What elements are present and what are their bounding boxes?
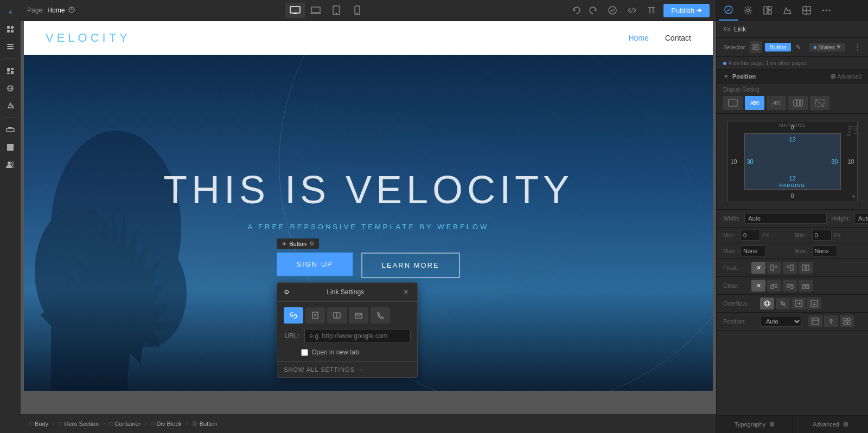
typography-section-tab[interactable]: Typography bbox=[717, 416, 793, 433]
navigator-tool[interactable] bbox=[3, 22, 18, 37]
breadcrumb-div-block[interactable]: □ Div Block bbox=[147, 418, 186, 429]
styles-tab[interactable] bbox=[719, 0, 738, 21]
clear-left-btn[interactable] bbox=[767, 280, 781, 292]
pad-top-value[interactable]: 12 bbox=[789, 136, 795, 143]
link-type-phone[interactable] bbox=[371, 307, 390, 324]
display-inline-block-btn[interactable]: ABC bbox=[745, 96, 764, 110]
layout-tab[interactable] bbox=[758, 0, 777, 21]
grid-tool[interactable] bbox=[3, 140, 18, 155]
publish-button[interactable]: Publish bbox=[663, 4, 710, 17]
show-all-settings-link[interactable]: SHOW ALL SETTINGS → bbox=[284, 366, 411, 373]
clear-right-btn[interactable] bbox=[783, 280, 797, 292]
svg-rect-10 bbox=[11, 71, 14, 74]
desktop-device-btn[interactable] bbox=[285, 3, 305, 18]
spacing-box: MARGINS 0 10 10 0 PADDING 12 30 30 12 Cl… bbox=[723, 118, 861, 205]
cms-tool[interactable] bbox=[3, 81, 18, 96]
selector-more-icon[interactable]: ⋮ bbox=[854, 43, 861, 51]
refresh-icon[interactable] bbox=[68, 6, 76, 15]
users-tool[interactable] bbox=[3, 157, 18, 172]
open-new-tab-checkbox[interactable] bbox=[301, 349, 308, 356]
component-tool[interactable] bbox=[3, 122, 18, 138]
margin-bottom-value[interactable]: 0 bbox=[790, 192, 794, 199]
position-sticky-btn[interactable] bbox=[808, 315, 822, 327]
svg-rect-19 bbox=[290, 7, 300, 13]
position-grid-btn[interactable] bbox=[840, 315, 854, 327]
redo-btn[interactable] bbox=[585, 3, 601, 18]
float-left-btn[interactable] bbox=[767, 262, 781, 274]
display-none-btn[interactable] bbox=[810, 96, 829, 110]
clear-none-btn[interactable]: ✕ bbox=[751, 280, 765, 292]
overflow-scroll-y-btn[interactable] bbox=[807, 298, 821, 309]
breadcrumb-hero-section[interactable]: □ Hero Section bbox=[54, 418, 103, 429]
max-height-input[interactable] bbox=[812, 245, 837, 256]
selector-tag[interactable]: Button bbox=[765, 43, 791, 51]
components-panel-tab[interactable] bbox=[797, 0, 816, 21]
pad-bottom-value[interactable]: 12 bbox=[789, 175, 795, 182]
position-section-header[interactable]: ▼ Position Advanced bbox=[717, 70, 868, 83]
display-inline-btn[interactable]: ABC bbox=[767, 96, 786, 110]
layers-tool[interactable] bbox=[3, 39, 18, 54]
float-right-btn[interactable] bbox=[783, 262, 797, 274]
position-select[interactable]: Auto Static Relative Absolute Fixed bbox=[760, 316, 802, 327]
link-type-section[interactable] bbox=[327, 307, 347, 324]
link-type-url[interactable] bbox=[284, 307, 303, 324]
height-input[interactable] bbox=[854, 213, 868, 224]
more-panel-tab[interactable] bbox=[816, 0, 836, 21]
open-new-tab-label[interactable]: Open in new tab bbox=[311, 348, 359, 356]
pad-right-value[interactable]: 30 bbox=[831, 158, 838, 165]
svg-rect-86 bbox=[806, 286, 809, 288]
min-width-input[interactable] bbox=[741, 230, 760, 241]
interactions-tool[interactable] bbox=[3, 98, 18, 113]
overflow-label: Overflow: bbox=[723, 300, 756, 307]
code-view-btn[interactable] bbox=[624, 3, 640, 18]
margin-left-value[interactable]: 10 bbox=[731, 158, 737, 165]
interactions-panel-tab[interactable] bbox=[777, 0, 797, 21]
svg-rect-3 bbox=[11, 30, 14, 33]
add-element-tool[interactable]: + bbox=[3, 4, 18, 20]
pad-left-value[interactable]: 30 bbox=[747, 158, 754, 165]
settings-tab[interactable] bbox=[738, 0, 758, 21]
float-both-btn[interactable] bbox=[799, 262, 813, 274]
nav-contact-link[interactable]: Contact bbox=[665, 34, 691, 42]
nav-home-link[interactable]: Home bbox=[628, 34, 648, 42]
states-dropdown[interactable]: States bbox=[809, 43, 845, 51]
position-row: Position: Auto Static Relative Absolute … bbox=[717, 313, 868, 331]
float-label: Float: bbox=[723, 264, 747, 271]
popup-close-button[interactable]: × bbox=[401, 287, 411, 297]
selector-edit-icon[interactable]: ✎ bbox=[795, 43, 801, 51]
spacing-plus-button[interactable]: + bbox=[851, 192, 856, 201]
link-type-page[interactable] bbox=[305, 307, 325, 324]
mobile-device-btn[interactable] bbox=[347, 3, 367, 18]
display-block-btn[interactable] bbox=[723, 96, 743, 110]
tablet-device-btn[interactable] bbox=[327, 3, 346, 18]
undo-btn[interactable] bbox=[569, 3, 584, 18]
signup-button[interactable]: SIGN UP bbox=[277, 253, 352, 276]
learn-more-button[interactable]: LEARN MORE bbox=[361, 253, 460, 278]
typography-editor-btn[interactable] bbox=[644, 3, 659, 18]
display-flex-btn[interactable] bbox=[788, 96, 808, 110]
laptop-device-btn[interactable] bbox=[306, 3, 326, 18]
status-check-btn[interactable] bbox=[605, 3, 620, 18]
button-gear-icon[interactable]: ⚙ bbox=[309, 240, 315, 247]
overflow-visible-btn[interactable] bbox=[760, 298, 774, 309]
breadcrumb-container-label: Container bbox=[115, 421, 141, 427]
float-none-btn[interactable]: ✕ bbox=[751, 262, 765, 274]
breadcrumb-button[interactable]: ⛓ Button bbox=[188, 418, 221, 429]
link-type-email[interactable] bbox=[349, 307, 368, 324]
overflow-hidden-btn[interactable] bbox=[776, 298, 790, 309]
margin-top-value[interactable]: 0 bbox=[790, 124, 794, 131]
popup-url-input[interactable] bbox=[304, 329, 411, 343]
clear-both-btn[interactable] bbox=[799, 280, 813, 292]
canvas-area[interactable]: VELOCITY Home Contact bbox=[21, 21, 716, 414]
breadcrumb-body[interactable]: □ Body bbox=[25, 418, 53, 429]
width-input[interactable] bbox=[744, 213, 827, 224]
min-height-input[interactable] bbox=[812, 230, 832, 241]
margin-right-value[interactable]: 10 bbox=[847, 158, 854, 165]
position-pin-btn[interactable] bbox=[824, 315, 838, 327]
breadcrumb-container[interactable]: □ Container bbox=[105, 418, 145, 429]
max-width-input[interactable] bbox=[741, 245, 765, 256]
overflow-scroll-x-btn[interactable] bbox=[792, 298, 806, 309]
selector-tag-icon[interactable] bbox=[750, 41, 762, 53]
assets-tool[interactable] bbox=[3, 63, 18, 79]
advanced-section-tab[interactable]: Advanced bbox=[793, 416, 868, 433]
